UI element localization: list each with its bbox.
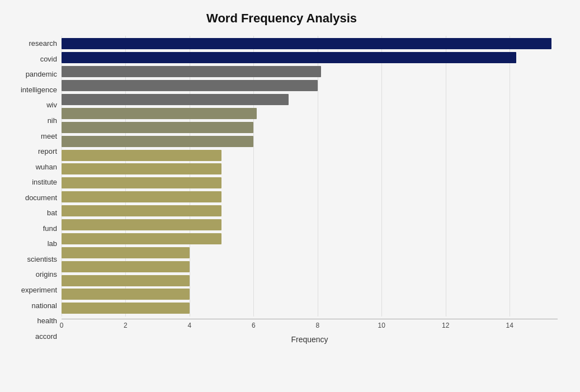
y-label: wuhan (36, 159, 57, 174)
bar (62, 191, 221, 202)
y-axis: researchcovidpandemicintelligencewivnihm… (6, 36, 62, 344)
bar (62, 80, 318, 91)
bar (62, 205, 221, 216)
bar-row (62, 218, 558, 232)
chart-title: Word Frequency Analysis (6, 11, 558, 26)
bar (62, 233, 221, 244)
bar (62, 219, 221, 230)
bar (62, 122, 253, 133)
y-label: health (37, 314, 57, 328)
y-label: national (31, 298, 57, 313)
y-label: nih (48, 114, 57, 128)
bar-row (62, 135, 558, 148)
x-tick: 10 (378, 322, 385, 329)
x-ticks-row: 02468101214 (62, 319, 558, 332)
bar (62, 108, 257, 119)
bar (62, 247, 190, 258)
x-tick: 12 (442, 322, 449, 329)
y-label: scientists (27, 252, 57, 266)
bar-row (62, 93, 558, 106)
y-label: document (25, 190, 57, 205)
bar (62, 275, 190, 286)
chart-container: Word Frequency Analysis researchcovidpan… (0, 0, 580, 392)
y-label: bat (47, 206, 57, 220)
y-label: accord (35, 329, 57, 343)
bar-row (62, 121, 558, 134)
chart-area: researchcovidpandemicintelligencewivnihm… (6, 36, 558, 344)
bar (62, 94, 289, 105)
bar (62, 66, 321, 77)
x-tick: 4 (188, 322, 192, 329)
bar-row (62, 79, 558, 92)
bar-row (62, 176, 558, 190)
bar-row (62, 149, 558, 162)
x-axis-wrapper: 02468101214 Frequency (62, 317, 558, 344)
bars-list (62, 36, 558, 317)
bar-row (62, 65, 558, 78)
bar-row (62, 107, 558, 120)
bar (62, 150, 221, 161)
y-label: meet (41, 129, 57, 143)
x-axis-label: Frequency (62, 335, 558, 344)
y-label: institute (32, 175, 57, 190)
y-label: lab (48, 237, 57, 251)
bar-row (62, 301, 558, 315)
x-tick: 6 (252, 322, 256, 329)
bar-row (62, 162, 558, 176)
bar (62, 136, 253, 147)
x-tick: 14 (506, 322, 513, 329)
bar-row (62, 260, 558, 273)
bar-row (62, 51, 558, 64)
y-label: research (29, 36, 57, 51)
bar-row (62, 204, 558, 218)
x-tick: 0 (60, 322, 64, 329)
bar-row (62, 37, 558, 50)
y-label: covid (40, 51, 57, 66)
bar (62, 163, 221, 174)
bar (62, 303, 190, 314)
bar-row (62, 232, 558, 245)
y-label: wiv (46, 98, 57, 112)
bar (62, 52, 516, 63)
bar (62, 177, 221, 188)
y-label: origins (36, 267, 57, 282)
bar-row (62, 287, 558, 301)
bars-area (62, 36, 558, 317)
bars-and-xaxis: 02468101214 Frequency (62, 36, 558, 344)
x-tick: 2 (124, 322, 128, 329)
y-label: report (38, 144, 57, 159)
y-label: pandemic (26, 67, 57, 82)
bar-row (62, 190, 558, 204)
y-label: intelligence (21, 82, 57, 97)
y-label: experiment (21, 283, 57, 297)
bar (62, 38, 551, 49)
bar-row (62, 246, 558, 259)
x-tick: 8 (315, 322, 319, 329)
bar (62, 261, 190, 272)
bar (62, 289, 190, 300)
y-label: fund (43, 221, 57, 235)
bar-row (62, 274, 558, 287)
